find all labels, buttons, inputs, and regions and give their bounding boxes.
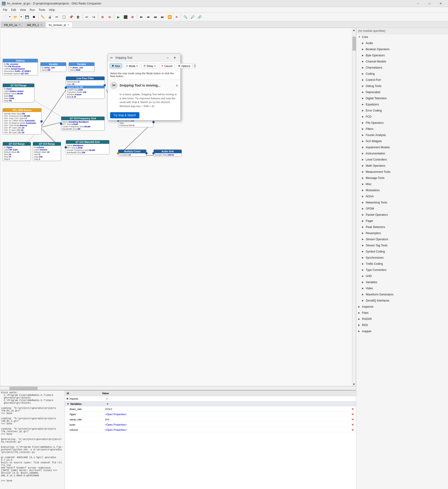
- port-audio-sink-in[interactable]: [152, 152, 155, 155]
- sidebar-item-level-controllers[interactable]: ▶ Level Controllers: [356, 156, 448, 163]
- var-samp-rate-del[interactable]: ✕: [351, 417, 354, 421]
- var-row-down-rate[interactable]: down_rate 250e3 ✕: [65, 407, 356, 412]
- right-arrow-button[interactable]: ➡: [145, 14, 152, 20]
- end-button[interactable]: ⏩: [166, 14, 173, 20]
- sidebar-item-uhd[interactable]: ▶ UHD: [356, 273, 448, 279]
- close-flow-button[interactable]: ✖: [31, 14, 37, 20]
- port-freq-sink-in[interactable]: [60, 122, 62, 125]
- menu-file[interactable]: File: [1, 8, 9, 12]
- sidebar-item-resamplers[interactable]: ▶ Resamplers: [356, 230, 448, 236]
- sidebar-item-fcd[interactable]: ▶ FCD: [356, 114, 448, 120]
- snip-minimize-button[interactable]: ─: [164, 55, 171, 60]
- sidebar-item-filters[interactable]: ▶ Filters: [356, 126, 448, 132]
- open-dropdown[interactable]: ▾: [19, 14, 23, 20]
- sidebar-item-type-converters[interactable]: ▶ Type Converters: [356, 267, 448, 273]
- var-row-variables-section[interactable]: ▼ Variables +: [65, 401, 356, 407]
- block-qt-gui-range-rfgain[interactable]: QT GUI Range ID: rfgain Label: RF Gain D…: [3, 142, 31, 161]
- copy-button[interactable]: 📋: [61, 14, 67, 20]
- sidebar-item-file-operators[interactable]: ▶ File Operators: [356, 120, 448, 126]
- sidebar-item-mapper[interactable]: ▶ mapper: [356, 328, 448, 334]
- close-button[interactable]: ✕: [435, 0, 446, 7]
- minimize-button[interactable]: ─: [413, 0, 424, 7]
- block-multiply-const[interactable]: Multiply Const Constant: 10: [118, 149, 147, 157]
- print-button[interactable]: 🖨: [47, 14, 53, 20]
- snip-collapse-button[interactable]: ∧: [176, 83, 178, 87]
- sidebar-item-radar[interactable]: ▶ RADAR: [356, 316, 448, 322]
- zoom-in-button[interactable]: 🔍: [182, 14, 189, 20]
- var-row-tuner[interactable]: tuner <Open Properties> ✕: [65, 422, 356, 427]
- sidebar-item-trellis-coding[interactable]: ▶ Trellis Coding: [356, 261, 448, 267]
- undo-button[interactable]: ↩: [83, 14, 90, 20]
- sidebar-item-packet-operators[interactable]: ▶ Packet Operators: [356, 212, 448, 218]
- sidebar-item-symbol-coding[interactable]: ▶ Symbol Coding: [356, 249, 448, 255]
- var-imports-add[interactable]: +: [106, 397, 108, 400]
- sidebar-item-fourier-analysis[interactable]: ▶ Fourier Analysis: [356, 132, 448, 138]
- properties-button[interactable]: ✏️: [39, 14, 46, 20]
- port-rtl-sdr-out[interactable]: [40, 120, 43, 122]
- menu-edit[interactable]: Edit: [9, 8, 18, 12]
- sidebar-item-inspector[interactable]: ▶ Inspector: [356, 304, 448, 310]
- port-lpf-out[interactable]: [104, 84, 106, 87]
- snip-cancel-button[interactable]: ✕ Cancel: [159, 63, 174, 68]
- sidebar-item-noaa[interactable]: ▶ NOAA: [356, 193, 448, 199]
- var-row-samp-rate[interactable]: samp_rate 2e6 ✕: [65, 417, 356, 422]
- menu-view[interactable]: View: [18, 8, 28, 12]
- sidebar-item-equalizers[interactable]: ▶ Equalizers: [356, 101, 448, 107]
- snip-close-button[interactable]: ✕: [171, 55, 178, 60]
- block-qt-gui-range-volume[interactable]: QT GUI Range ID: volume Label: Volume De…: [33, 142, 61, 161]
- block-variable-down-rate[interactable]: Variable ID: down_rate Value: 250k: [69, 62, 95, 72]
- restore-button[interactable]: □: [424, 0, 435, 7]
- tab-fm-receiver-qt[interactable]: fm_receiver_qt ✕: [46, 22, 72, 28]
- menu-tools[interactable]: Tools: [37, 8, 47, 12]
- errors-button[interactable]: ⊗: [99, 14, 106, 20]
- sidebar-item-channelizers[interactable]: ▶ Channelizers: [356, 65, 448, 71]
- sidebar-item-waveform-generators[interactable]: ▶ Waveform Generators: [356, 291, 448, 298]
- snip-delay-button[interactable]: ⏱ Delay ▾: [141, 64, 158, 68]
- var-tuner-del[interactable]: ✕: [351, 423, 354, 426]
- sidebar-item-stream-tag-tools[interactable]: ▶ Stream Tag Tools: [356, 242, 448, 249]
- sidebar-item-rds[interactable]: ▶ RDS: [356, 322, 448, 328]
- sidebar-item-error-coding[interactable]: ▶ Error Coding: [356, 107, 448, 114]
- sidebar-item-networking-tools[interactable]: ▶ Networking Tools: [356, 199, 448, 206]
- var-rfgain-del[interactable]: ✕: [351, 412, 354, 416]
- snip-new-button[interactable]: ✚ New: [110, 63, 122, 68]
- sidebar-item-synchronizers[interactable]: ▶ Synchronizers: [356, 255, 448, 261]
- connect-button[interactable]: 🔗: [196, 14, 203, 20]
- var-row-rfgain[interactable]: rfgain <Open Properties> ✕: [65, 412, 356, 417]
- new-dropdown[interactable]: ▾: [8, 14, 12, 20]
- port-resampler-out2[interactable]: [152, 121, 155, 123]
- stop-button[interactable]: ⬛: [122, 14, 129, 20]
- sidebar-item-byte-operators[interactable]: ▶ Byte Operators: [356, 52, 448, 58]
- paste-button[interactable]: 📌: [68, 14, 74, 20]
- sidebar-item-modulators[interactable]: ▶ Modulators: [356, 187, 448, 193]
- cut-button[interactable]: ✂: [54, 14, 60, 20]
- snip-options-button[interactable]: ⚙ Options: [176, 63, 192, 68]
- open-button[interactable]: 📂: [12, 14, 19, 20]
- sidebar-item-math-operators[interactable]: ▶ Math Operators: [356, 163, 448, 169]
- menu-run[interactable]: Run: [28, 8, 37, 12]
- sidebar-item-gui-widgets[interactable]: ▶ GUI Widgets: [356, 138, 448, 144]
- new-button[interactable]: 📄: [1, 14, 8, 20]
- var-volume-del[interactable]: ✕: [351, 428, 354, 432]
- forward-button[interactable]: ⏭: [159, 14, 166, 20]
- canvas-scrollbar-v[interactable]: ▲ ▼: [352, 28, 356, 386]
- snip-try-button[interactable]: Try Snip & Sketch: [110, 112, 139, 118]
- save-button[interactable]: 💾: [24, 14, 30, 20]
- var-volume-value[interactable]: <Open Properties>: [105, 428, 350, 431]
- port-lpf-in[interactable]: [65, 87, 67, 89]
- tab-fm-rx-1a[interactable]: FM_RX_1a ✕: [1, 22, 24, 28]
- sidebar-item-audio[interactable]: ▶ Audio: [356, 40, 448, 46]
- sidebar-item-video[interactable]: ▶ Video: [356, 285, 448, 291]
- sidebar-item-control-port[interactable]: ▶ Control Port: [356, 77, 448, 83]
- snip-mode-button[interactable]: ▭ Mode ▾: [123, 63, 140, 68]
- sidebar-item-debug-tools[interactable]: ▶ Debug Tools: [356, 83, 448, 89]
- sidebar-item-channel-models[interactable]: ▶ Channel Models: [356, 58, 448, 65]
- sidebar-item-paint[interactable]: ▶ Paint: [356, 310, 448, 316]
- x-button[interactable]: ✕: [173, 14, 180, 20]
- block-audio-sink[interactable]: Audio Sink Sample Rate: 24KHz: [154, 149, 182, 157]
- tab-close-fm-rx-1a[interactable]: ✕: [19, 24, 21, 26]
- sidebar-item-coding[interactable]: ▶ Coding: [356, 71, 448, 77]
- block-variable-samp-rate[interactable]: Variable ID: samp_rate Value: 2M: [40, 62, 66, 72]
- tab-close-am-rx-1[interactable]: ✕: [40, 24, 42, 26]
- var-row-imports[interactable]: ▶ Imports +: [65, 396, 356, 401]
